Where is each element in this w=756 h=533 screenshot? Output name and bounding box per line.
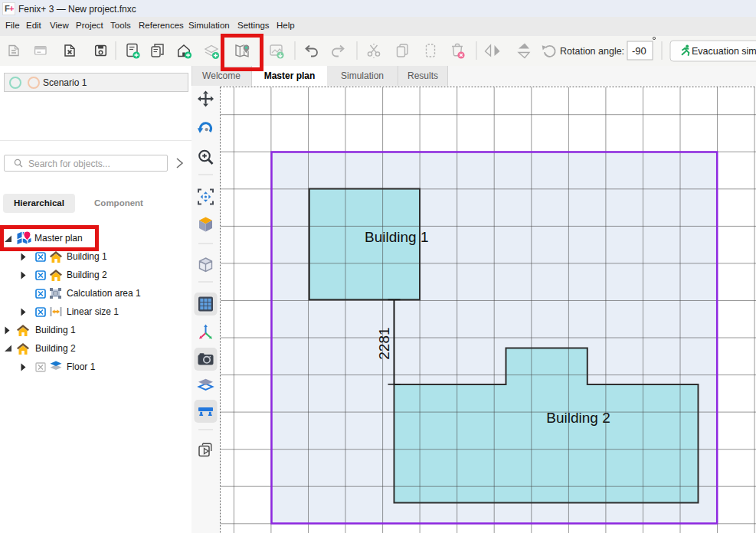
svg-text:Rotation angle:: Rotation angle: [560,46,624,57]
svg-text:2281: 2281 [376,327,392,359]
svg-text:Building 1: Building 1 [365,229,428,245]
svg-text:Building 2: Building 2 [546,410,610,426]
svg-text:Evacuation simu: Evacuation simu [692,46,756,57]
svg-text:-90: -90 [632,45,646,57]
